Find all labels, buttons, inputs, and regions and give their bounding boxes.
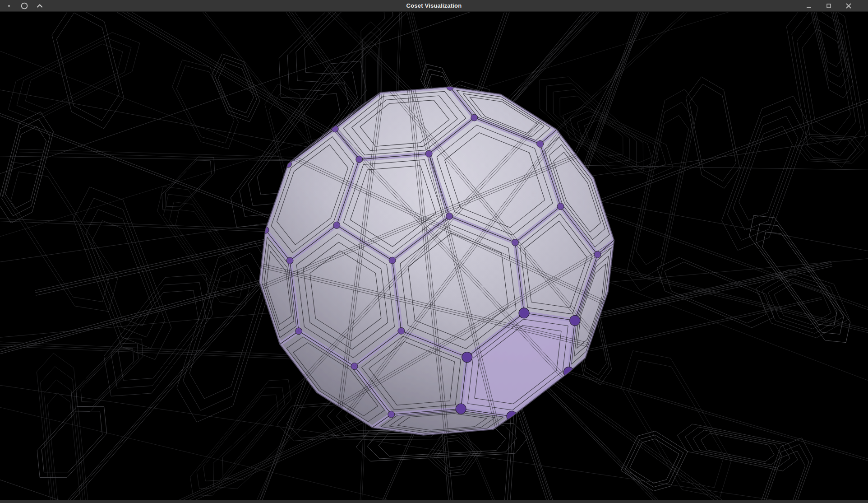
app-window: Coset Visualization: [0, 0, 868, 503]
viewport-3d[interactable]: [0, 12, 868, 500]
coset-scene-canvas[interactable]: [0, 12, 868, 500]
close-button[interactable]: [844, 1, 854, 11]
chevron-up-icon[interactable]: [34, 0, 45, 11]
titlebar-left-icons: [0, 0, 45, 11]
minimize-button[interactable]: [804, 1, 814, 11]
window-title: Coset Visualization: [0, 0, 868, 11]
dot-icon: [4, 0, 14, 11]
titlebar[interactable]: Coset Visualization: [0, 0, 868, 12]
window-controls: [804, 1, 868, 11]
circle-icon[interactable]: [19, 0, 30, 11]
maximize-button[interactable]: [824, 1, 834, 11]
window-bottom-edge: [0, 500, 868, 503]
